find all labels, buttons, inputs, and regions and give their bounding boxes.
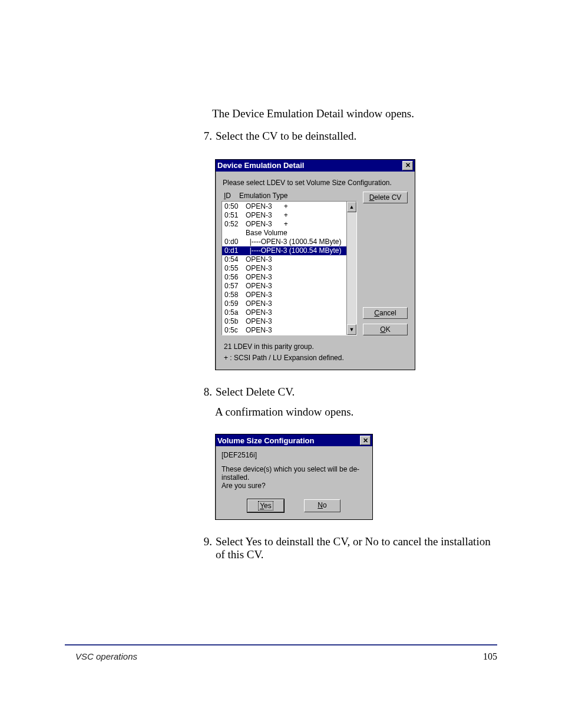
close-icon[interactable]: ✕ [360,436,371,445]
error-code: [DEF2516i] [222,451,366,459]
list-header: ID Emulation Type [222,192,357,201]
volume-size-confirmation-dialog: Volume Size Configuration ✕ [DEF2516i] T… [215,434,373,520]
list-item[interactable]: 0:52OPEN-3 + [222,220,346,229]
scroll-down-icon[interactable]: ▼ [347,324,356,335]
list-item[interactable]: 0:5aOPEN-3 [222,308,346,317]
list-item[interactable]: 0:56OPEN-3 [222,273,346,282]
col-id: ID [224,192,231,200]
step-text: Select the CV to be deinstalled. [216,130,356,143]
confirm-message-2: Are you sure? [222,482,366,490]
list-item[interactable]: 0:5bOPEN-3 [222,317,346,326]
col-emulation: Emulation Type [239,192,288,200]
footer-section: VSC operations [75,651,137,662]
list-item[interactable]: 0:50OPEN-3 + [222,202,346,211]
list-item[interactable]: 0:5cOPEN-3 [222,326,346,335]
list-item[interactable]: 0:59OPEN-3 [222,299,346,308]
confirm-message-1: These device(s) which you select will be… [222,465,366,482]
cancel-button[interactable]: Cancel [363,307,408,319]
yes-button[interactable]: Yes [247,499,284,512]
close-icon[interactable]: ✕ [402,161,413,170]
list-item[interactable]: 0:58OPEN-3 [222,291,346,299]
titlebar: Device Emulation Detail ✕ [216,160,415,172]
step-text: Select Yes to deinstall the CV, or No to… [216,535,497,561]
no-button[interactable]: No [304,499,340,512]
list-item[interactable]: 0:54OPEN-3 [222,255,346,264]
list-item[interactable]: 0:d1 |----OPEN-3 (1000.54 MByte) [222,246,346,255]
delete-cv-button[interactable]: Delete CV [363,192,408,203]
status-legend: + : SCSI Path / LU Expansion defined. [224,353,409,364]
step-number: 8. [194,386,216,398]
step-number: 9. [194,535,216,561]
step-9: 9. Select Yes to deinstall the CV, or No… [194,535,497,561]
intro-line: The Device Emulation Detail window opens… [212,106,497,121]
device-emulation-dialog: Device Emulation Detail ✕ Please select … [215,159,415,370]
list-item[interactable]: 0:57OPEN-3 [222,282,346,291]
step-7: 7. Select the CV to be deinstalled. [194,130,497,143]
page-number: 105 [483,651,497,662]
dialog-title: Device Emulation Detail [217,161,304,170]
titlebar: Volume Size Configuration ✕ [216,434,372,446]
ldev-listbox[interactable]: 0:50OPEN-3 +0:51OPEN-3 +0:52OPEN-3 +Base… [222,201,357,335]
step-number: 7. [194,130,216,143]
scroll-up-icon[interactable]: ▲ [347,202,356,212]
step-text: Select Delete CV. [216,386,295,398]
list-item[interactable]: Base Volume [222,229,346,238]
list-item[interactable]: 0:55OPEN-3 [222,264,346,273]
ok-button[interactable]: OK [363,324,408,335]
dialog-title: Volume Size Configuration [217,436,314,445]
list-item[interactable]: 0:51OPEN-3 + [222,211,346,220]
footer-rule [65,644,497,645]
confirm-line: A confirmation window opens. [215,406,497,419]
status-ldev-count: 21 LDEV in this parity group. [224,341,409,353]
dialog-instruction: Please select LDEV to set Volume Size Co… [223,179,409,187]
list-item[interactable]: 0:d0 |----OPEN-3 (1000.54 MByte) [222,238,346,246]
step-8: 8. Select Delete CV. [194,386,497,398]
scrollbar[interactable]: ▲ ▼ [346,202,356,335]
